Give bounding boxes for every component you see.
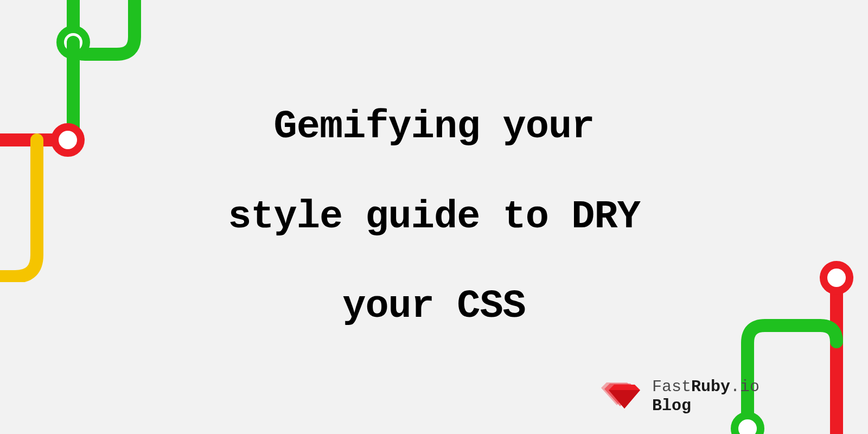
svg-point-1 bbox=[55, 127, 81, 153]
svg-point-3 bbox=[735, 416, 761, 434]
brand-text: FastRuby.io Blog bbox=[652, 378, 760, 415]
svg-point-2 bbox=[824, 265, 850, 291]
brand-subtitle: Blog bbox=[652, 397, 760, 416]
brand-logo: FastRuby.io Blog bbox=[601, 378, 760, 415]
subway-lines-top-left bbox=[0, 0, 152, 282]
page-title: Gemifying your style guide to DRY your C… bbox=[217, 82, 651, 352]
brand-name: FastRuby.io bbox=[652, 378, 760, 397]
ruby-gem-icon bbox=[601, 380, 642, 413]
